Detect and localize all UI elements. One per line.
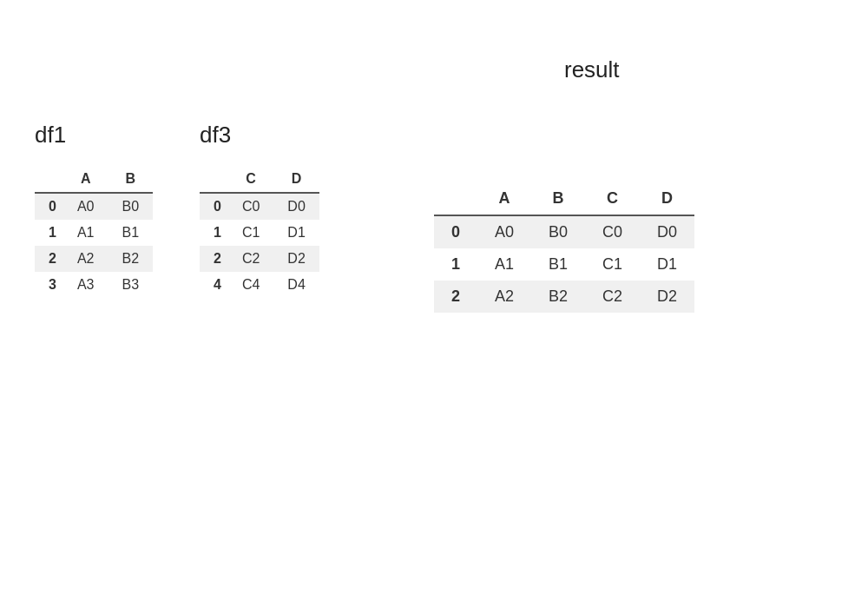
cell-b: B2	[531, 281, 585, 313]
table-row: 1 C1 D1	[200, 220, 319, 246]
result-section: A B C D 0 A0 B0 C0 D0 1 A1 B1 C1 D1 2 A2…	[434, 182, 694, 313]
index-cell: 2	[434, 281, 477, 313]
cell-a: A0	[477, 215, 531, 248]
cell-b: B1	[108, 220, 153, 246]
cell-c: C0	[228, 193, 273, 220]
table-row: 3 A3 B3	[35, 272, 153, 298]
result-table: A B C D 0 A0 B0 C0 D0 1 A1 B1 C1 D1 2 A2…	[434, 182, 694, 313]
df1-section: df1 A B 0 A0 B0 1 A1 B1 2 A2 B2 3 A3	[35, 122, 153, 298]
df3-table: C D 0 C0 D0 1 C1 D1 2 C2 D2 4 C4 D4	[200, 166, 319, 298]
index-cell: 1	[35, 220, 63, 246]
cell-c: C4	[228, 272, 273, 298]
result-title: result	[564, 56, 620, 83]
cell-a: A2	[477, 281, 531, 313]
df1-table: A B 0 A0 B0 1 A1 B1 2 A2 B2 3 A3 B3	[35, 166, 153, 298]
cell-a: A1	[477, 248, 531, 281]
cell-a: A2	[63, 246, 108, 272]
index-cell: 4	[200, 272, 228, 298]
cell-b: B0	[531, 215, 585, 248]
page-container: df1 A B 0 A0 B0 1 A1 B1 2 A2 B2 3 A3	[0, 0, 868, 601]
cell-c: C1	[228, 220, 273, 246]
table-row: 2 A2 B2	[35, 246, 153, 272]
table-row: 1 A1 B1 C1 D1	[434, 248, 694, 281]
cell-c: C2	[585, 281, 640, 313]
df3-section: df3 C D 0 C0 D0 1 C1 D1 2 C2 D2 4 C4	[200, 122, 319, 298]
cell-b: B3	[108, 272, 153, 298]
table-row: 4 C4 D4	[200, 272, 319, 298]
df3-col-d: D	[273, 166, 319, 193]
cell-d: D0	[640, 215, 694, 248]
df3-col-c: C	[228, 166, 273, 193]
df1-col-b: B	[108, 166, 153, 193]
cell-a: A0	[63, 193, 108, 220]
cell-b: B2	[108, 246, 153, 272]
cell-c: C1	[585, 248, 640, 281]
cell-d: D1	[273, 220, 319, 246]
table-row: 0 A0 B0	[35, 193, 153, 220]
df1-title: df1	[35, 122, 153, 149]
index-cell: 0	[434, 215, 477, 248]
cell-d: D2	[273, 246, 319, 272]
result-col-a: A	[477, 182, 531, 215]
cell-a: A1	[63, 220, 108, 246]
index-cell: 0	[200, 193, 228, 220]
table-row: 2 C2 D2	[200, 246, 319, 272]
cell-d: D1	[640, 248, 694, 281]
index-cell: 3	[35, 272, 63, 298]
cell-c: C2	[228, 246, 273, 272]
result-col-d: D	[640, 182, 694, 215]
table-row: 0 A0 B0 C0 D0	[434, 215, 694, 248]
result-col-b: B	[531, 182, 585, 215]
index-cell: 1	[200, 220, 228, 246]
cell-b: B1	[531, 248, 585, 281]
result-col-c: C	[585, 182, 640, 215]
cell-c: C0	[585, 215, 640, 248]
table-row: 0 C0 D0	[200, 193, 319, 220]
df1-col-a: A	[63, 166, 108, 193]
table-row: 1 A1 B1	[35, 220, 153, 246]
index-cell: 2	[35, 246, 63, 272]
index-cell: 2	[200, 246, 228, 272]
table-row: 2 A2 B2 C2 D2	[434, 281, 694, 313]
cell-d: D0	[273, 193, 319, 220]
df3-title: df3	[200, 122, 319, 149]
cell-a: A3	[63, 272, 108, 298]
index-cell: 1	[434, 248, 477, 281]
index-cell: 0	[35, 193, 63, 220]
cell-b: B0	[108, 193, 153, 220]
cell-d: D4	[273, 272, 319, 298]
cell-d: D2	[640, 281, 694, 313]
